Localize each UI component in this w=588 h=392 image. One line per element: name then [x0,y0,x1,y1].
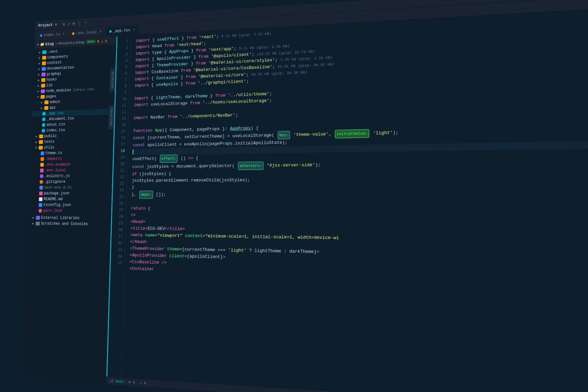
tab-label-app-tsx: _app.tsx [113,28,131,34]
file-tree: ▶ .next ▶ components ▶ context [27,44,116,229]
tab-close-env-local[interactable]: × [99,30,101,34]
project-path: ~/Projects/blog [55,40,84,46]
expand-icon[interactable]: ⤢ [67,21,71,27]
tab-app-tsx[interactable]: _app.tsx × [105,25,139,36]
project-label: Project [38,23,52,28]
minimize-icon[interactable]: ─ [84,20,87,25]
tree-item-next-env-dts[interactable]: next-env.d.ts [29,184,112,190]
tree-item-package-json[interactable]: package.json [29,190,112,196]
folder-icon-project: 📁 [40,42,44,47]
tree-item-env-local[interactable]: .env.local [30,167,112,174]
tree-item-yarn-lock[interactable]: yarn.lock [28,208,111,214]
tree-item-readme[interactable]: README.md [28,196,111,202]
sidebar: ▼ 📁 blog ~/Projects/blog main 9 △ 1 ▶ .n… [21,36,117,384]
tab-index-ts[interactable]: index.ts × [36,29,68,40]
status-git-branch: ⎇ main [109,378,124,384]
code-content: 1 2 3 4 5 6 7 8 9 10 11 12 13 14 15 16 1 [106,8,588,392]
split-icon[interactable]: ⊞ [72,21,75,26]
code-editor[interactable]: 1 2 3 4 5 6 7 8 9 10 11 12 13 14 15 16 1 [106,8,588,392]
settings-icon[interactable]: ⚙ [63,22,65,27]
favorites-tab[interactable]: Favorites [108,105,114,129]
structure-tab[interactable]: Structure [110,68,115,92]
tab-label-index-ts: index.ts [43,32,60,37]
ide-window: Project ▼ ⚙ ⤢ ⊞ ⋮ ─ 👤 Add Configuration … [21,0,588,392]
status-errors: ⊗ 0 [128,380,135,385]
more-icon[interactable]: ⋮ [77,21,81,26]
tab-close-app-tsx[interactable]: × [133,28,135,31]
status-warnings: ⚠ 0 [140,380,146,385]
tree-item-eslintrc[interactable]: .eslintrc.js [29,173,112,179]
tab-icon-tsx [109,30,112,33]
tab-icon-ts [40,34,42,36]
main-content: ▼ 📁 blog ~/Projects/blog main 9 △ 1 ▶ .n… [21,8,588,392]
change-count: 9 △ 1 [97,39,107,43]
tab-close-index-ts[interactable]: × [63,32,64,36]
project-name: blog [46,42,54,47]
tab-icon-env [72,32,75,35]
code-lines[interactable]: import { useEffect } from 'react'; 8.23 … [121,8,588,392]
tab-env-local[interactable]: .env.local × [68,27,105,38]
tab-label-env-local: .env.local [76,30,97,35]
tree-item-gitignore[interactable]: .gitignore [29,178,112,185]
tree-item-tsconfig[interactable]: tsconfig.json [28,202,111,208]
branch-badge: main [86,40,96,44]
code-line-24: }, deps: []); [131,190,588,199]
text-cursor [133,149,133,154]
tree-item-scratches[interactable]: ▶ Scratches and Consoles [28,220,111,227]
